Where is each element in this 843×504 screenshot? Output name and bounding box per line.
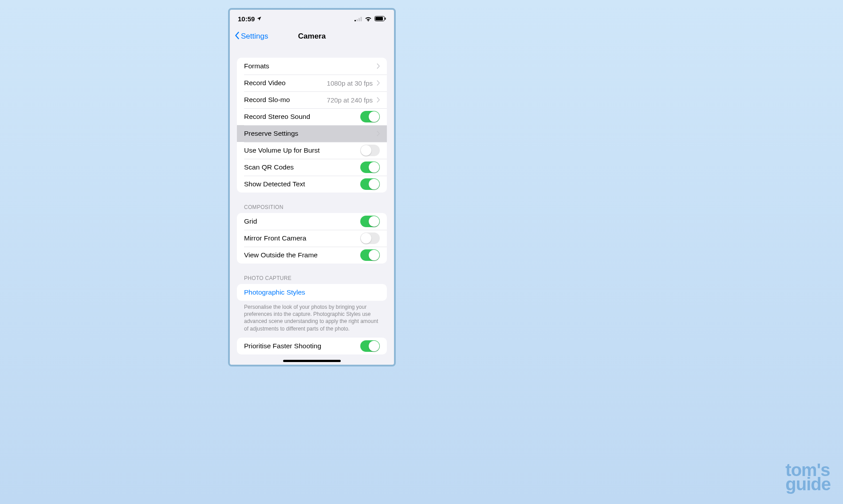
status-time: 10:59: [238, 15, 255, 23]
row-label: Grid: [244, 217, 257, 225]
row-right: 1080p at 30 fps: [327, 79, 380, 87]
chevron-right-icon: [376, 130, 380, 137]
back-label: Settings: [241, 32, 268, 41]
row-view-outside-the-frame[interactable]: View Outside the Frame: [237, 247, 387, 264]
row-right: [360, 249, 380, 261]
row-photographic-styles[interactable]: Photographic Styles: [237, 284, 387, 301]
nav-bar: Settings Camera: [230, 28, 394, 45]
watermark-line2: guide: [785, 476, 831, 492]
toggle[interactable]: [360, 161, 380, 173]
watermark: tom's guide: [785, 462, 831, 492]
row-label: View Outside the Frame: [244, 251, 318, 259]
row-group: Photographic Styles: [237, 284, 387, 301]
row-prioritise-faster-shooting[interactable]: Prioritise Faster Shooting: [237, 338, 387, 354]
row-group: FormatsRecord Video1080p at 30 fpsRecord…: [237, 58, 387, 193]
row-label: Preserve Settings: [244, 130, 298, 138]
row-label: Show Detected Text: [244, 180, 305, 188]
row-label: Scan QR Codes: [244, 163, 294, 171]
toggle[interactable]: [360, 340, 380, 352]
page-title: Camera: [298, 32, 326, 41]
svg-rect-1: [357, 19, 358, 21]
row-label: Mirror Front Camera: [244, 234, 306, 242]
toggle[interactable]: [360, 249, 380, 261]
status-bar: 10:59: [230, 10, 394, 28]
toggle[interactable]: [360, 178, 380, 190]
svg-rect-2: [358, 18, 360, 21]
wifi-icon: [365, 15, 372, 23]
location-icon: [256, 15, 262, 23]
row-scan-qr-codes[interactable]: Scan QR Codes: [237, 159, 387, 176]
row-record-video[interactable]: Record Video1080p at 30 fps: [237, 75, 387, 91]
row-show-detected-text[interactable]: Show Detected Text: [237, 176, 387, 193]
row-value: 720p at 240 fps: [327, 96, 373, 104]
chevron-right-icon: [376, 63, 380, 69]
row-record-stereo-sound[interactable]: Record Stereo Sound: [237, 108, 387, 125]
chevron-right-icon: [376, 97, 380, 103]
row-grid[interactable]: Grid: [237, 213, 387, 230]
row-right: [360, 111, 380, 122]
toggle[interactable]: [360, 111, 380, 122]
row-label: Photographic Styles: [244, 288, 305, 296]
status-right: [355, 15, 386, 23]
home-indicator[interactable]: [283, 360, 341, 362]
row-formats[interactable]: Formats: [237, 58, 387, 75]
row-label: Prioritise Faster Shooting: [244, 342, 321, 350]
status-left: 10:59: [238, 15, 262, 23]
svg-rect-5: [375, 17, 383, 20]
row-preserve-settings[interactable]: Preserve Settings: [237, 125, 387, 142]
svg-rect-0: [355, 20, 356, 21]
section-header: COMPOSITION: [230, 204, 394, 213]
chevron-right-icon: [376, 80, 380, 86]
chevron-left-icon: [234, 32, 240, 42]
row-right: [360, 216, 380, 227]
settings-content[interactable]: FormatsRecord Video1080p at 30 fpsRecord…: [230, 45, 394, 365]
row-label: Record Slo-mo: [244, 96, 290, 104]
row-group: Prioritise Faster Shooting: [237, 338, 387, 354]
toggle[interactable]: [360, 216, 380, 227]
row-value: 1080p at 30 fps: [327, 79, 373, 87]
toggle[interactable]: [360, 145, 380, 156]
section-header: PHOTO CAPTURE: [230, 275, 394, 284]
back-button[interactable]: Settings: [234, 32, 268, 42]
row-right: [360, 340, 380, 352]
svg-rect-6: [385, 17, 386, 20]
row-label: Formats: [244, 62, 269, 70]
row-label: Record Stereo Sound: [244, 113, 310, 121]
row-group: GridMirror Front CameraView Outside the …: [237, 213, 387, 264]
row-right: [376, 63, 380, 69]
row-label: Use Volume Up for Burst: [244, 146, 320, 154]
row-right: [376, 130, 380, 137]
battery-icon: [374, 15, 386, 23]
section-footer: Personalise the look of your photos by b…: [230, 301, 394, 332]
row-right: [360, 145, 380, 156]
row-label: Record Video: [244, 79, 286, 87]
row-right: [360, 178, 380, 190]
row-right: 720p at 240 fps: [327, 96, 380, 104]
row-use-volume-up-for-burst[interactable]: Use Volume Up for Burst: [237, 142, 387, 159]
row-mirror-front-camera[interactable]: Mirror Front Camera: [237, 230, 387, 247]
svg-rect-3: [361, 17, 362, 21]
phone-frame: 10:59: [228, 8, 396, 366]
row-right: [360, 232, 380, 244]
toggle[interactable]: [360, 232, 380, 244]
row-right: [360, 161, 380, 173]
row-record-slo-mo[interactable]: Record Slo-mo720p at 240 fps: [237, 91, 387, 108]
cell-signal-icon: [355, 15, 362, 23]
